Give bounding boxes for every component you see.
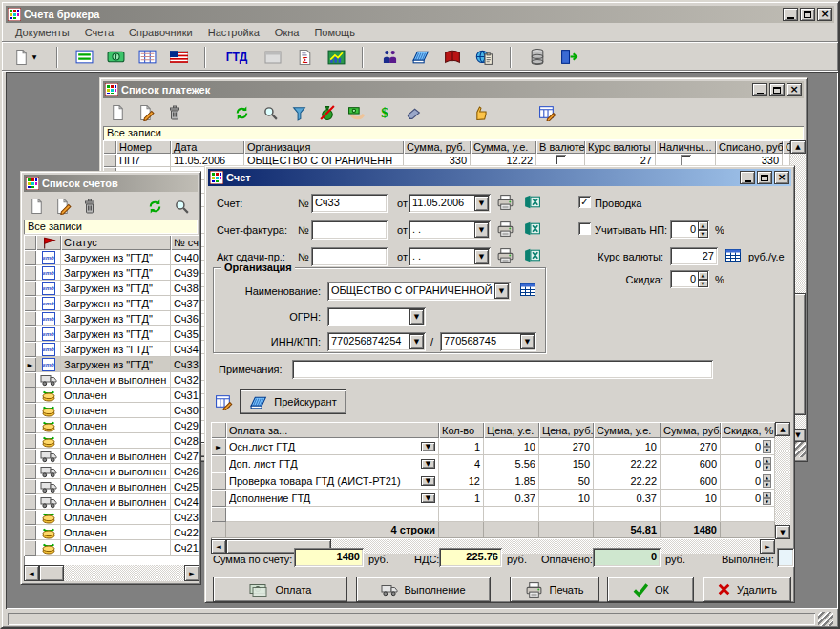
new-document-button[interactable]: ▼ [8,46,42,69]
account-row[interactable]: гтдЗагружен из "ГТД"Сч39 [24,265,200,281]
checkbox[interactable] [556,155,566,165]
item-name-cell[interactable]: Дополнение ГТД▼ [226,490,439,507]
close-button[interactable]: × [787,83,802,96]
column-header[interactable]: Наличны... [656,140,716,154]
item-value-cell[interactable]: 600 [661,455,721,472]
status-cell[interactable]: Оплачен и выполнен [61,449,171,464]
payments-filter-bar[interactable]: Все записи [103,126,804,140]
org-name-combo[interactable]: ОБЩЕСТВО С ОГРАНИЧЕННОЙ О▼ [327,282,511,301]
minimize-button[interactable] [752,83,767,96]
number-column-header[interactable]: № сч [171,235,200,250]
refresh-button[interactable] [232,103,251,122]
dropdown-button[interactable]: ▼ [474,249,489,264]
item-value-cell[interactable]: 270 [661,438,721,455]
column-header[interactable]: Кол-во [439,422,484,438]
menu-Окна[interactable]: Окна [267,24,307,41]
number-cell[interactable]: Сч37 [171,296,200,311]
account-row[interactable]: ОплаченСч31 [24,388,200,403]
item-value-cell[interactable]: 10 [661,490,721,507]
column-header[interactable]: Организация [244,140,404,154]
item-value-cell[interactable]: 22.22 [594,472,661,490]
dollar-button[interactable]: $ [375,103,394,122]
item-row[interactable]: Доп. лист ГТД▼45.5615022.226000▲▼ [211,455,775,472]
status-cell[interactable]: Оплачен и выполнен [61,494,171,510]
trash-button[interactable] [80,197,99,216]
note-edit-icon[interactable] [215,393,233,410]
edit-document-button[interactable] [136,103,156,122]
item-value-cell[interactable]: 10 [539,490,594,507]
doc-number-input[interactable] [311,247,388,266]
list-button[interactable] [73,46,95,69]
currency-exchange-button[interactable] [104,46,127,69]
ogrn-combo[interactable]: ▼ [327,307,426,326]
status-cell[interactable]: Оплачен и выполнен [61,479,171,494]
scroll-down-button[interactable]: ▼ [775,525,790,539]
np-input[interactable]: 0 ▲▼ [670,220,709,239]
columns-book-button[interactable] [136,46,158,69]
item-value-cell[interactable]: 600 [661,472,721,490]
notebook-button[interactable] [410,46,432,69]
account-row[interactable]: гтдЗагружен из "ГТД"Сч35 [24,326,200,342]
item-value-cell[interactable]: 0.37 [484,490,539,507]
close-button[interactable]: × [817,8,832,21]
status-cell[interactable]: Загружен из "ГТД" [61,326,171,342]
status-cell[interactable]: Загружен из "ГТД" [61,296,171,311]
number-cell[interactable]: Сч22 [171,525,200,540]
column-header[interactable]: Сумма, у.е. [471,140,536,154]
dropdown-button[interactable]: ▼ [421,442,435,451]
item-value-cell[interactable]: 5.56 [484,455,539,472]
maximize-button[interactable] [757,171,772,184]
item-discount-cell[interactable]: 0▲▼ [721,472,775,490]
status-cell[interactable]: Оплачен и выполнен [61,464,171,479]
accounts-filter-bar[interactable]: Все записи [24,220,198,234]
number-cell[interactable]: Сч26 [171,464,200,479]
column-header[interactable]: Курс валюты [585,140,656,154]
scroll-up-button[interactable]: ▲ [790,140,806,154]
status-cell[interactable]: Загружен из "ГТД" [61,250,171,265]
red-book-button[interactable] [441,46,464,69]
chart-button[interactable] [325,46,347,69]
number-cell[interactable]: Сч29 [171,418,200,433]
item-value-cell[interactable]: 150 [539,455,594,472]
column-header[interactable]: О [783,140,790,154]
globe-clipboard-button[interactable] [472,46,495,69]
account-row[interactable]: гтдЗагружен из "ГТД"Сч37 [24,296,200,311]
item-discount-cell[interactable]: 0▲▼ [721,455,775,472]
number-cell[interactable]: Сч21 [171,540,200,556]
search-button[interactable] [172,197,191,216]
item-value-cell[interactable]: 10 [484,438,539,455]
item-value-cell[interactable]: 22.22 [594,455,661,472]
item-name-cell[interactable]: Осн.лист ГТД▼ [226,438,439,455]
status-column-header[interactable]: Статус [61,235,171,250]
status-cell[interactable]: Оплачен [61,403,171,418]
item-value-cell[interactable]: 1 [439,490,484,507]
account-row[interactable]: гтдЗагружен из "ГТД"Сч34 [24,342,200,357]
menu-Документы[interactable]: Документы [8,24,77,41]
discount-spinner[interactable]: ▲▼ [763,440,771,453]
scroll-left-button[interactable]: ◄ [211,539,226,554]
number-cell[interactable]: Сч24 [171,494,200,510]
menu-Счета[interactable]: Счета [77,24,121,41]
discount-spinner[interactable]: ▲▼ [698,271,708,287]
scroll-track[interactable] [775,436,790,525]
status-cell[interactable]: Оплачен [61,540,171,556]
doc-date-combo[interactable]: . .▼ [409,220,491,240]
notes-input[interactable] [292,360,713,379]
scroll-right-button[interactable]: ► [184,565,200,581]
doc-date-combo[interactable]: . .▼ [409,247,491,266]
item-value-cell[interactable]: 0.37 [594,490,661,507]
status-cell[interactable]: Оплачен [61,525,171,540]
printer-icon[interactable] [496,194,514,211]
window-button[interactable] [262,46,284,69]
status-cell[interactable]: Загружен из "ГТД" [61,357,171,372]
number-cell[interactable]: Сч35 [171,326,200,342]
account-row[interactable]: Оплачен и выполненСч26 [24,464,200,479]
account-row[interactable]: ОплаченСч30 [24,403,200,418]
number-cell[interactable]: Сч30 [171,403,200,418]
account-row[interactable]: ОплаченСч23 [24,510,200,525]
excel-icon[interactable] [523,247,541,263]
doc-number-input[interactable] [311,220,388,240]
item-name-cell[interactable]: Проверка товара ГТД (АИСТ-РТ21)▼ [226,472,439,490]
hand-button[interactable] [471,103,490,122]
column-header[interactable]: Сумма, у.е. [594,422,661,438]
